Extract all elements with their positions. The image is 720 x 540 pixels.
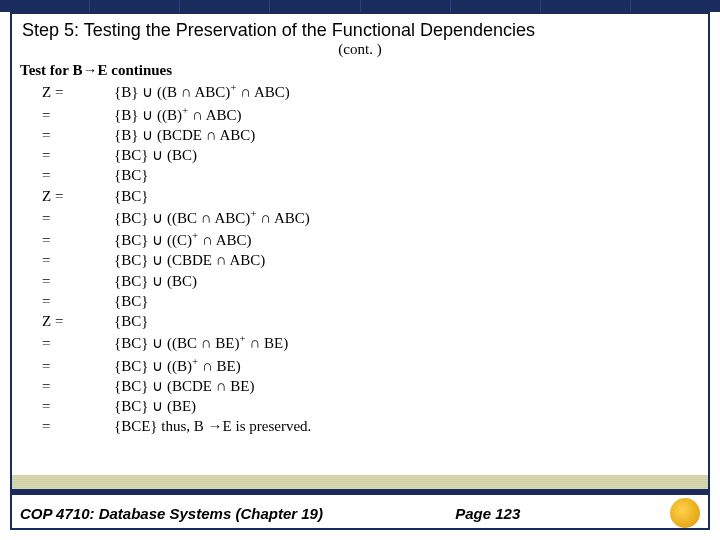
derivation-step: Z ={BC}: [56, 186, 700, 206]
nav-segment[interactable]: [541, 0, 631, 12]
derivation-step: ={BC} ∪ (BC): [56, 145, 700, 165]
nav-segment[interactable]: [361, 0, 451, 12]
nav-segment[interactable]: [631, 0, 720, 12]
derivation-step: ={BC}: [56, 165, 700, 185]
derivation-step: ={BC}: [56, 291, 700, 311]
slide-frame: Step 5: Testing the Preservation of the …: [10, 12, 710, 530]
nav-segment[interactable]: [270, 0, 360, 12]
derivation-step: ={BC} ∪ ((B)+ ∩ BE): [56, 354, 700, 376]
top-nav-strip: [0, 0, 720, 12]
derivation-step: ={BC} ∪ (BC): [56, 271, 700, 291]
derivation-step: ={BC} ∪ ((C)+ ∩ ABC): [56, 228, 700, 250]
slide-subtitle-cont: (cont. ): [12, 41, 708, 58]
slide-body: Test for B→E continues Z ={B} ∪ ((B ∩ AB…: [12, 58, 708, 439]
nav-segment[interactable]: [180, 0, 270, 12]
derivation-step: ={BC} ∪ ((BC ∩ BE)+ ∩ BE): [56, 331, 700, 353]
footer-texture: [12, 475, 708, 489]
nav-segment[interactable]: [0, 0, 90, 12]
derivation-step: ={BCE} thus, B →E is preserved.: [56, 416, 700, 436]
footer-page: Page 123: [455, 505, 605, 522]
slide-footer: COP 4710: Database Systems (Chapter 19) …: [12, 475, 708, 528]
test-for-line: Test for B→E continues: [20, 60, 700, 80]
slide-title: Step 5: Testing the Preservation of the …: [12, 14, 708, 43]
derivation-step: ={BC} ∪ ((BC ∩ ABC)+ ∩ ABC): [56, 206, 700, 228]
footer-course: COP 4710: Database Systems (Chapter 19): [20, 505, 455, 522]
derivation-step: ={BC} ∪ (BE): [56, 396, 700, 416]
derivation-step: ={BC} ∪ (BCDE ∩ BE): [56, 376, 700, 396]
derivation-step: ={B} ∪ (BCDE ∩ ABC): [56, 125, 700, 145]
derivation-step: ={B} ∪ ((B)+ ∩ ABC): [56, 103, 700, 125]
nav-segment[interactable]: [451, 0, 541, 12]
ucf-logo-icon: [670, 498, 700, 528]
derivation-step: Z ={B} ∪ ((B ∩ ABC)+ ∩ ABC): [56, 80, 700, 102]
derivation-step: Z ={BC}: [56, 311, 700, 331]
derivation-step: ={BC} ∪ (CBDE ∩ ABC): [56, 250, 700, 270]
nav-segment[interactable]: [90, 0, 180, 12]
